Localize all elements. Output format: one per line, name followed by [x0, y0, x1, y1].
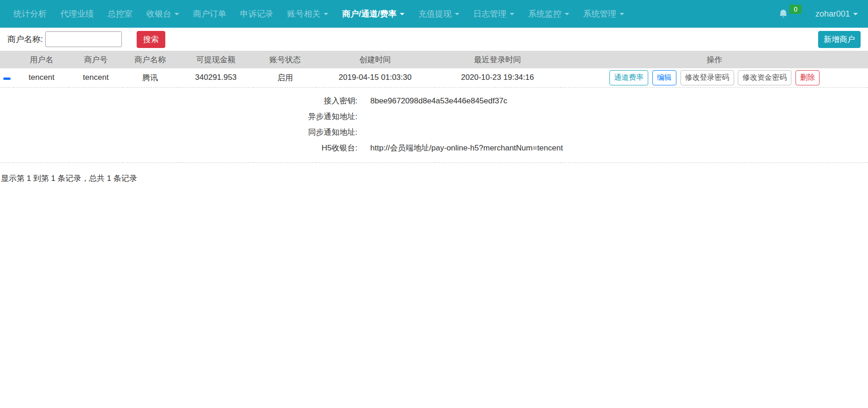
chevron-down-icon [565, 13, 569, 15]
header-withdrawable: 可提现金额 [178, 51, 254, 68]
table-row: tencent tencent 腾讯 340291.953 启用 2019-04… [0, 68, 868, 87]
chevron-down-icon [455, 13, 459, 15]
add-merchant-button[interactable]: 新增商户 [818, 31, 861, 48]
detail-line-access-key: 接入密钥: 8bee9672098d8e4a53e446e845edf37c [0, 93, 868, 109]
search-form: 商户名称: 搜索 [7, 31, 165, 48]
detail-line-sync-notify-url: 同步通知地址: [0, 125, 868, 140]
detail-line-async-notify-url: 异步通知地址: [0, 109, 868, 125]
cell-status: 启用 [254, 68, 316, 87]
nav-item-system-management[interactable]: 系统管理 [576, 0, 631, 28]
merchant-table: 用户名 商户号 商户名称 可提现金额 账号状态 创建时间 最近登录时间 操作 t… [0, 51, 868, 163]
cell-actions: 通道费率 编辑 修改登录密码 修改资金密码 删除 [561, 68, 868, 87]
nav-label: 商户订单 [193, 8, 226, 19]
cell-merchant-name: 腾讯 [122, 68, 178, 87]
header-created-at: 创建时间 [316, 51, 434, 68]
nav-item-cashier[interactable]: 收银台 [139, 0, 186, 28]
nav-label: 充值提现 [418, 8, 452, 19]
nav-item-log-management[interactable]: 日志管理 [466, 0, 521, 28]
nav-item-account-related[interactable]: 账号相关 [280, 0, 335, 28]
cell-last-login: 2020-10-23 19:34:16 [434, 68, 561, 87]
top-navbar: 统计分析 代理业绩 总控室 收银台 商户订单 申诉记录 账号相关 商户/通道/费… [0, 0, 868, 28]
h5-cashier-value: http://会员端地址/pay-online-h5?merchantNum=t… [370, 140, 563, 156]
user-menu[interactable]: zohar001 [815, 9, 858, 19]
cell-merchant-no: tencent [69, 68, 122, 87]
table-header-row: 用户名 商户号 商户名称 可提现金额 账号状态 创建时间 最近登录时间 操作 [0, 51, 868, 68]
navbar-right: 0 zohar001 [778, 8, 862, 19]
nav-item-control-room[interactable]: 总控室 [101, 0, 139, 28]
nav-label: 代理业绩 [60, 8, 94, 19]
chevron-down-icon [400, 13, 404, 15]
main-menu: 统计分析 代理业绩 总控室 收银台 商户订单 申诉记录 账号相关 商户/通道/费… [6, 0, 631, 28]
nav-item-appeal-records[interactable]: 申诉记录 [233, 0, 280, 28]
detail-cell: 接入密钥: 8bee9672098d8e4a53e446e845edf37c 异… [0, 87, 868, 162]
edit-button[interactable]: 编辑 [652, 70, 676, 85]
delete-button[interactable]: 删除 [796, 70, 820, 85]
header-toggle [0, 51, 14, 68]
bell-icon [778, 8, 789, 19]
toolbar-row: 商户名称: 搜索 新增商户 [0, 28, 868, 51]
nav-label: 系统管理 [583, 8, 616, 19]
nav-item-agent-performance[interactable]: 代理业绩 [54, 0, 101, 28]
pagination-summary: 显示第 1 到第 1 条记录，总共 1 条记录 [1, 173, 868, 184]
nav-item-system-monitor[interactable]: 系统监控 [521, 0, 576, 28]
change-login-password-button[interactable]: 修改登录密码 [681, 70, 734, 85]
username-label: zohar001 [815, 9, 850, 19]
nav-item-merchant-channel-rate[interactable]: 商户/通道/费率 [335, 0, 411, 28]
merchant-name-input[interactable] [45, 31, 122, 47]
nav-label: 申诉记录 [240, 8, 273, 19]
header-merchant-no: 商户号 [69, 51, 122, 68]
nav-item-statistics[interactable]: 统计分析 [6, 0, 54, 28]
notification-count-badge: 0 [790, 5, 802, 14]
header-status: 账号状态 [254, 51, 316, 68]
detail-line-h5-cashier: H5收银台: http://会员端地址/pay-online-h5?mercha… [0, 140, 868, 156]
row-toggle-cell [0, 68, 14, 87]
header-last-login: 最近登录时间 [434, 51, 561, 68]
nav-label: 收银台 [146, 8, 171, 19]
header-actions: 操作 [561, 51, 868, 68]
notifications-button[interactable]: 0 [778, 8, 802, 19]
nav-label: 总控室 [108, 8, 133, 19]
header-merchant-name: 商户名称 [122, 51, 178, 68]
header-username: 用户名 [14, 51, 69, 68]
nav-label: 商户/通道/费率 [342, 8, 397, 19]
async-notify-url-label: 异步通知地址: [0, 109, 357, 125]
nav-label: 系统监控 [528, 8, 561, 19]
access-key-value: 8bee9672098d8e4a53e446e845edf37c [370, 93, 507, 109]
cell-withdrawable: 340291.953 [178, 68, 254, 87]
chevron-down-icon [853, 13, 858, 15]
change-fund-password-button[interactable]: 修改资金密码 [738, 70, 791, 85]
merchant-name-label: 商户名称: [7, 34, 43, 45]
search-button[interactable]: 搜索 [137, 31, 165, 48]
cell-username: tencent [14, 68, 69, 87]
nav-item-merchant-orders[interactable]: 商户订单 [186, 0, 233, 28]
nav-label: 统计分析 [13, 8, 47, 19]
access-key-label: 接入密钥: [0, 93, 357, 109]
nav-label: 账号相关 [287, 8, 320, 19]
h5-cashier-label: H5收银台: [0, 140, 357, 156]
sync-notify-url-label: 同步通知地址: [0, 125, 357, 140]
nav-label: 日志管理 [473, 8, 506, 19]
chevron-down-icon [510, 13, 514, 15]
nav-item-deposit-withdraw[interactable]: 充值提现 [411, 0, 466, 28]
chevron-down-icon [620, 13, 624, 15]
chevron-down-icon [324, 13, 328, 15]
chevron-down-icon [175, 13, 179, 15]
detail-row: 接入密钥: 8bee9672098d8e4a53e446e845edf37c 异… [0, 87, 868, 162]
channel-rate-button[interactable]: 通道费率 [609, 70, 648, 85]
collapse-row-icon[interactable] [3, 78, 11, 80]
cell-created-at: 2019-04-15 01:03:30 [316, 68, 434, 87]
